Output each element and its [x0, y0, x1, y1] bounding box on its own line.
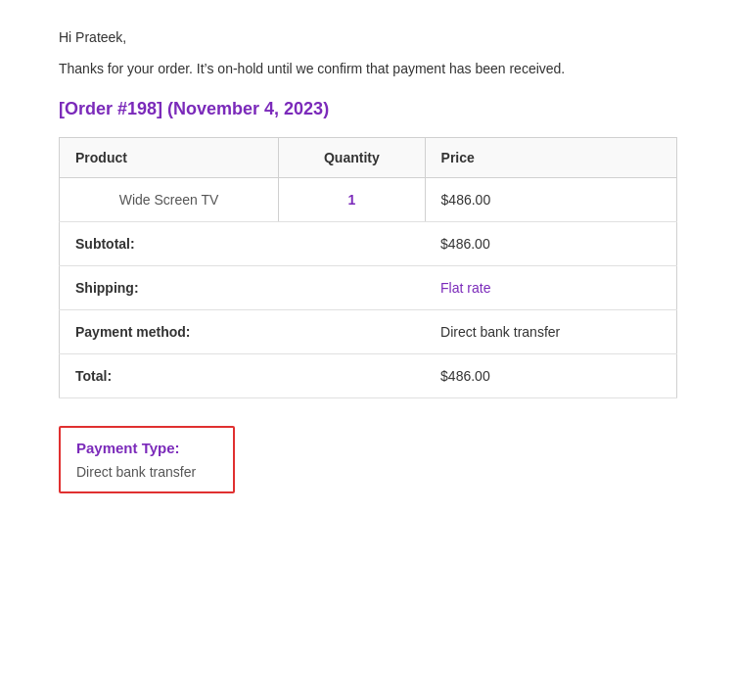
payment-method-label: Payment method:: [60, 310, 426, 354]
payment-method-value: Direct bank transfer: [425, 310, 676, 354]
total-row: Total: $486.00: [60, 354, 677, 398]
subtotal-row: Subtotal: $486.00: [60, 222, 677, 266]
total-value: $486.00: [425, 354, 676, 398]
product-name: Wide Screen TV: [60, 178, 279, 222]
col-header-quantity: Quantity: [279, 138, 425, 178]
shipping-label: Shipping:: [60, 266, 426, 310]
product-price: $486.00: [425, 178, 676, 222]
intro-text: Thanks for your order. It’s on-hold unti…: [59, 59, 677, 79]
subtotal-label: Subtotal:: [60, 222, 426, 266]
shipping-row: Shipping: Flat rate: [60, 266, 677, 310]
order-title: [Order #198] (November 4, 2023): [59, 99, 677, 119]
payment-type-title: Payment Type:: [76, 440, 217, 456]
subtotal-value: $486.00: [425, 222, 676, 266]
table-row: Wide Screen TV 1 $486.00: [60, 178, 677, 222]
payment-type-box: Payment Type: Direct bank transfer: [59, 426, 235, 493]
order-table: Product Quantity Price Wide Screen TV 1 …: [59, 137, 677, 398]
payment-type-value: Direct bank transfer: [76, 464, 217, 480]
col-header-price: Price: [425, 138, 676, 178]
shipping-value: Flat rate: [425, 266, 676, 310]
greeting-text: Hi Prateek,: [59, 29, 677, 45]
col-header-product: Product: [60, 138, 279, 178]
payment-method-row: Payment method: Direct bank transfer: [60, 310, 677, 354]
product-quantity: 1: [279, 178, 425, 222]
total-label: Total:: [60, 354, 426, 398]
